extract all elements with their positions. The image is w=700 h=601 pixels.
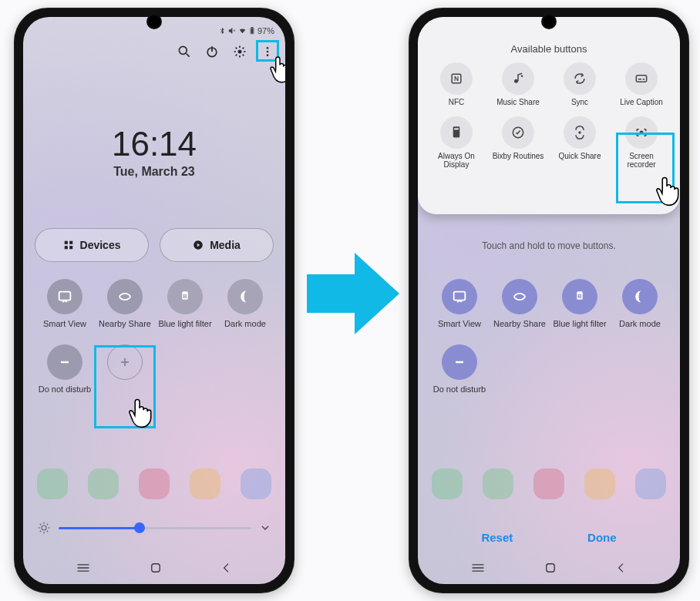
svg-point-47 bbox=[640, 130, 644, 134]
avail-screen-recorder[interactable]: Screen recorder bbox=[611, 116, 672, 170]
tile-nearby-share[interactable]: Nearby Share bbox=[97, 279, 153, 329]
tile-label: Nearby Share bbox=[97, 319, 153, 329]
nav-recents-icon[interactable] bbox=[470, 562, 486, 576]
nav-back-icon[interactable] bbox=[220, 562, 233, 577]
tile-label: Dark mode bbox=[217, 319, 273, 329]
svg-rect-44 bbox=[454, 128, 459, 129]
media-button[interactable]: Media bbox=[160, 228, 274, 262]
app-icon bbox=[635, 468, 666, 499]
devices-button[interactable]: Devices bbox=[35, 228, 149, 262]
svg-point-8 bbox=[267, 47, 269, 49]
sync-icon bbox=[564, 62, 596, 95]
status-bar: 97% bbox=[218, 23, 274, 39]
app-icon bbox=[432, 468, 463, 499]
tile-label: Smart View bbox=[37, 319, 93, 329]
tile-smart-view[interactable]: Smart View bbox=[432, 279, 487, 329]
tile-blue-light-filter[interactable]: B Blue light filter bbox=[552, 279, 607, 329]
sheet-label: Live Caption bbox=[615, 98, 668, 107]
svg-rect-1 bbox=[251, 29, 253, 34]
tile-label: Do not disturb bbox=[37, 384, 93, 395]
tile-label: Smart View bbox=[432, 319, 487, 329]
front-camera-icon bbox=[543, 15, 555, 28]
aod-icon bbox=[440, 116, 473, 149]
nav-bar bbox=[418, 561, 680, 578]
avail-music-share[interactable]: Music Share bbox=[487, 62, 549, 107]
avail-sync[interactable]: Sync bbox=[549, 62, 611, 107]
sheet-label: NFC bbox=[430, 98, 483, 107]
svg-rect-40 bbox=[636, 76, 646, 82]
svg-point-23 bbox=[42, 525, 46, 530]
media-label: Media bbox=[210, 239, 241, 251]
quick-share-icon bbox=[564, 116, 596, 149]
svg-rect-48 bbox=[454, 292, 466, 300]
app-icon bbox=[241, 468, 271, 499]
svg-rect-17 bbox=[59, 292, 71, 300]
nav-home-icon[interactable] bbox=[544, 561, 557, 578]
front-camera-icon bbox=[148, 15, 160, 28]
tile-dark-mode[interactable]: Dark mode bbox=[217, 279, 273, 329]
brightness-track[interactable] bbox=[59, 527, 251, 529]
avail-always-on-display[interactable]: Always On Display bbox=[426, 116, 487, 170]
home-dock bbox=[23, 468, 285, 499]
reset-button[interactable]: Reset bbox=[481, 531, 513, 544]
power-icon[interactable] bbox=[204, 43, 220, 60]
nav-bar bbox=[23, 561, 285, 578]
tile-add-placeholder[interactable] bbox=[97, 344, 153, 395]
tile-blue-light-filter[interactable]: B Blue light filter bbox=[157, 279, 213, 329]
available-buttons-sheet: Available buttons N NFC Music Share Sync bbox=[418, 17, 680, 214]
bluetooth-icon bbox=[218, 27, 226, 35]
blue-light-icon: B bbox=[167, 279, 203, 314]
devices-icon bbox=[63, 240, 74, 250]
sheet-label: Screen recorder bbox=[615, 152, 668, 170]
nav-recents-icon[interactable] bbox=[76, 562, 91, 576]
media-icon bbox=[193, 240, 204, 250]
nav-back-icon[interactable] bbox=[615, 562, 628, 577]
svg-rect-14 bbox=[69, 246, 72, 249]
nav-home-icon[interactable] bbox=[149, 561, 163, 578]
sun-icon bbox=[37, 521, 51, 535]
more-options-icon[interactable] bbox=[259, 43, 276, 60]
chevron-down-icon[interactable] bbox=[259, 522, 271, 534]
avail-quick-share[interactable]: Quick Share bbox=[549, 116, 611, 170]
app-icon bbox=[533, 468, 564, 499]
blue-light-icon: B bbox=[562, 279, 597, 314]
cursor-hand-icon bbox=[122, 395, 157, 433]
phone-before: 97% 16:14 bbox=[14, 8, 294, 593]
app-icon bbox=[483, 468, 513, 499]
home-dock bbox=[418, 468, 680, 499]
tile-nearby-share[interactable]: Nearby Share bbox=[492, 279, 547, 329]
sheet-label: Bixby Routines bbox=[492, 152, 544, 161]
avail-nfc[interactable]: N NFC bbox=[426, 62, 487, 107]
svg-rect-12 bbox=[69, 241, 72, 244]
settings-gear-icon[interactable] bbox=[231, 43, 248, 60]
brightness-thumb[interactable] bbox=[134, 522, 145, 533]
clock-date: Tue, March 23 bbox=[23, 165, 285, 179]
quick-panel-toolbar bbox=[176, 43, 276, 60]
tile-label: Dark mode bbox=[612, 319, 668, 329]
dark-mode-icon bbox=[227, 279, 263, 314]
svg-point-3 bbox=[179, 46, 187, 54]
transition-arrow bbox=[307, 243, 402, 347]
tile-label: Do not disturb bbox=[432, 384, 487, 395]
tile-label: Nearby Share bbox=[492, 319, 547, 329]
screen-recorder-icon bbox=[625, 116, 658, 149]
tile-do-not-disturb[interactable]: Do not disturb bbox=[37, 344, 93, 395]
tile-smart-view[interactable]: Smart View bbox=[37, 279, 93, 329]
avail-live-caption[interactable]: Live Caption bbox=[611, 62, 672, 107]
sheet-label: Music Share bbox=[492, 98, 544, 107]
tile-do-not-disturb[interactable]: Do not disturb bbox=[432, 344, 487, 395]
search-icon[interactable] bbox=[176, 43, 193, 60]
sheet-title: Available buttons bbox=[418, 43, 680, 55]
dnd-icon bbox=[47, 344, 82, 380]
done-button[interactable]: Done bbox=[587, 531, 617, 544]
svg-rect-55 bbox=[547, 564, 555, 572]
svg-line-4 bbox=[187, 54, 190, 57]
brightness-slider[interactable] bbox=[37, 521, 271, 535]
tile-dark-mode[interactable]: Dark mode bbox=[612, 279, 668, 329]
svg-rect-43 bbox=[453, 126, 460, 137]
svg-point-46 bbox=[578, 131, 581, 133]
avail-bixby-routines[interactable]: Bixby Routines bbox=[487, 116, 549, 170]
edit-hint: Touch and hold to move buttons. bbox=[418, 240, 680, 251]
sheet-label: Sync bbox=[554, 98, 606, 107]
smart-view-icon bbox=[47, 279, 82, 314]
